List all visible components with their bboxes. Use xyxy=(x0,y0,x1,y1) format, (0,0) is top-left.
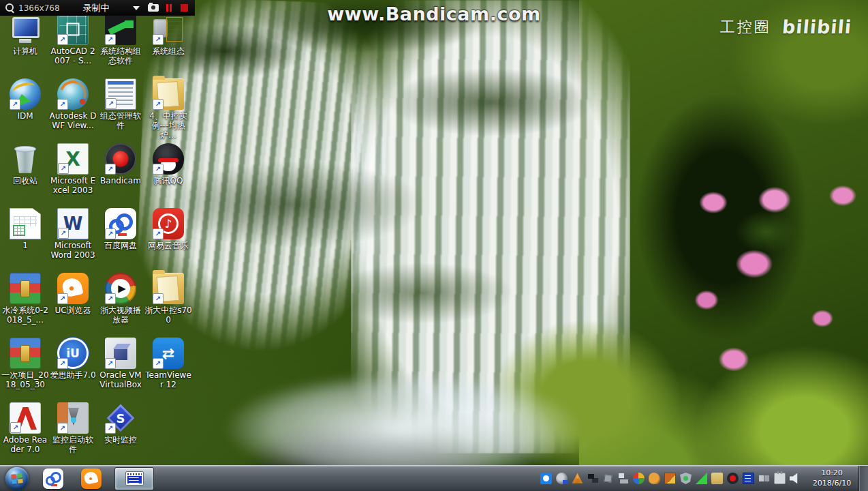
qq-icon: ↗ xyxy=(153,143,184,175)
desktop-icon-sysstruct[interactable]: ↗系统结构组态软件 xyxy=(97,11,144,76)
desktop-icon-label: 组态管理软件 xyxy=(97,112,144,131)
screenshot-camera-icon[interactable] xyxy=(148,4,159,12)
desktop-icon-label: 网易云音乐 xyxy=(148,241,189,251)
shortcut-arrow-icon: ↗ xyxy=(57,99,68,110)
desktop-icon-autocad[interactable]: ↗AutoCAD 2007 - S... xyxy=(49,11,97,76)
taskbar-uc-browser-button[interactable] xyxy=(78,467,105,490)
folder-icon: ↗ xyxy=(153,273,184,304)
network-pcs-tray-icon[interactable] xyxy=(587,473,599,484)
shortcut-arrow-icon: ↗ xyxy=(153,99,164,110)
desktop-icon-syscfg[interactable]: ↗系统组态 xyxy=(144,11,192,76)
shortcut-arrow-icon: ↗ xyxy=(57,34,68,45)
desktop-icon-label: AutoCAD 2007 - S... xyxy=(49,47,97,66)
taskbar-baidu-netdisk-button[interactable] xyxy=(40,467,67,490)
desktop-icon-yici-rar[interactable]: 一次项目_2018_05_30 xyxy=(1,335,49,400)
desktop-icon-monitor-start[interactable]: ↗监控启动软件 xyxy=(49,400,97,464)
desktop-icon-label: Adobe Reader 7.0 xyxy=(1,436,49,455)
show-desktop-button[interactable] xyxy=(858,466,868,491)
taskbar-active-window-button[interactable] xyxy=(114,467,154,490)
desktop-icon-label: 系统结构组态软件 xyxy=(97,47,144,66)
desktop-icon-label: IDM xyxy=(17,112,33,121)
desktop-icon-dwf-viewer[interactable]: ↗Autodesk DWF View... xyxy=(49,76,97,140)
folder-face-tray-icon[interactable] xyxy=(711,473,723,484)
desktop-icon-label: 浙大中控s700 xyxy=(144,306,192,325)
desktop-icon-zhongkong-folder[interactable]: ↗4、中控实例---均热炉... xyxy=(144,76,192,140)
folder-icon: ↗ xyxy=(153,78,184,110)
plug-device-tray-icon[interactable] xyxy=(774,473,786,484)
desktop-icon-excel-2003[interactable]: X↗Microsoft Excel 2003 xyxy=(49,140,97,205)
blue-screen-tray-icon[interactable] xyxy=(743,473,754,484)
wallpaper-green-mound xyxy=(470,293,702,484)
desktop-icon-label: 腾讯QQ xyxy=(154,177,183,186)
shield-check-tray-icon[interactable] xyxy=(680,473,692,484)
desktop-icon-label: Bandicam xyxy=(100,177,141,186)
shortcut-arrow-icon: ↗ xyxy=(105,34,116,45)
desktop-icon-computer[interactable]: 计算机 xyxy=(1,11,49,76)
magnifier-icon[interactable] xyxy=(5,3,14,12)
snail-tray-icon[interactable] xyxy=(649,473,660,484)
shortcut-arrow-icon: ↗ xyxy=(105,293,116,304)
desktop-icon-adobe-reader[interactable]: ↗Adobe Reader 7.0 xyxy=(1,400,49,464)
clock-time: 10:20 xyxy=(807,468,857,479)
shortcut-arrow-icon: ↗ xyxy=(57,358,68,369)
wallpaper-moss-right xyxy=(579,0,868,491)
uc-browser-icon xyxy=(81,468,102,489)
desktop-icon-label: 水冷系统0-2018_5_... xyxy=(1,306,49,325)
computer-icon xyxy=(10,14,41,45)
desktop-icon-doc-1[interactable]: 1 xyxy=(1,205,49,270)
shortcut-arrow-icon: ↗ xyxy=(10,422,21,433)
desktop-icon-label: 计算机 xyxy=(13,47,37,57)
desktop-icon-recycle-bin[interactable]: 回收站 xyxy=(1,140,49,205)
dropdown-arrow-icon[interactable] xyxy=(133,6,140,10)
winrar-icon xyxy=(10,273,41,304)
adobe-icon: ↗ xyxy=(10,402,41,434)
bandicam-record-tray-icon[interactable] xyxy=(727,473,739,484)
desktop-icon-tencent-qq[interactable]: ↗腾讯QQ xyxy=(144,140,192,205)
speaker-tray-icon[interactable] xyxy=(790,473,801,484)
desktop-icon-teamviewer[interactable]: ⇄↗TeamViewer 12 xyxy=(144,335,192,400)
start-button[interactable] xyxy=(5,467,29,490)
desktop-icon-idm[interactable]: ↗IDM xyxy=(1,76,49,140)
desktop-icon-realtime-monitor[interactable]: S↗实时监控 xyxy=(97,400,144,464)
bilibili-logo: bilibili xyxy=(781,16,852,38)
shortcut-arrow-icon: ↗ xyxy=(153,293,164,304)
bandicam-icon: ↗ xyxy=(105,143,136,175)
shortcut-arrow-icon: ↗ xyxy=(58,228,69,239)
pc-printer-tray-icon[interactable] xyxy=(617,473,629,484)
bandicam-recorder-bar[interactable]: 1366x768 录制中 xyxy=(0,0,195,16)
desktop-icon-netease-music[interactable]: ♪↗网易云音乐 xyxy=(144,205,192,270)
gears-update-tray-icon[interactable] xyxy=(556,473,568,484)
desktop-icon-virtualbox[interactable]: ↗Oracle VM VirtualBox xyxy=(97,335,144,400)
desktop-icon-bandicam[interactable]: ↗Bandicam xyxy=(97,140,144,205)
desktop-icon-uc-browser[interactable]: ↗UC浏览器 xyxy=(49,270,97,335)
signal-green-tray-icon[interactable] xyxy=(696,473,707,484)
desktop-icon-cfgmgr[interactable]: ↗组态管理软件 xyxy=(97,76,144,140)
capture-resolution: 1366x768 xyxy=(18,3,60,13)
desktop-icon-label: Microsoft Excel 2003 xyxy=(49,177,97,196)
recycle-orange-tray-icon[interactable] xyxy=(572,473,583,484)
autocad-icon: ↗ xyxy=(57,14,89,45)
excel-icon: X↗ xyxy=(57,143,89,175)
colorful-arrows-tray-icon[interactable] xyxy=(633,473,645,484)
shortcut-arrow-icon: ↗ xyxy=(153,358,164,369)
desktop-icon-aisi-assistant[interactable]: iU↗爱思助手7.0 xyxy=(49,335,97,400)
desktop-icon-label: 爱思助手7.0 xyxy=(50,371,95,381)
desktop-icon-label: Autodesk DWF View... xyxy=(49,112,97,131)
cfgmgr-icon: ↗ xyxy=(105,78,136,110)
taskbar-clock[interactable]: 10:20 2018/6/10 xyxy=(807,468,857,489)
clock-date: 2018/6/10 xyxy=(807,479,857,489)
desktop-icon-baidu-netdisk[interactable]: ↗百度网盘 xyxy=(97,205,144,270)
gray-cube-tray-icon[interactable] xyxy=(604,474,612,482)
stop-icon[interactable] xyxy=(181,4,188,12)
desktop-icon-shuileng-rar[interactable]: 水冷系统0-2018_5_... xyxy=(1,270,49,335)
teamviewer-tray-icon[interactable] xyxy=(540,473,552,484)
teamviewer-icon: ⇄↗ xyxy=(153,338,184,369)
desktop-icon-zju-s700-folder[interactable]: ↗浙大中控s700 xyxy=(144,270,192,335)
pause-icon[interactable] xyxy=(166,4,172,12)
desktop-icon-word-2003[interactable]: W↗Microsoft Word 2003 xyxy=(49,205,97,270)
desktop-icon-label: 一次项目_2018_05_30 xyxy=(1,371,49,390)
monstart-icon: ↗ xyxy=(57,402,89,434)
desktop-icon-zju-player[interactable]: ▶↗浙大视频播放器 xyxy=(97,270,144,335)
photo-clipboard-tray-icon[interactable] xyxy=(664,473,676,484)
gray-panels-tray-icon[interactable] xyxy=(758,473,770,484)
